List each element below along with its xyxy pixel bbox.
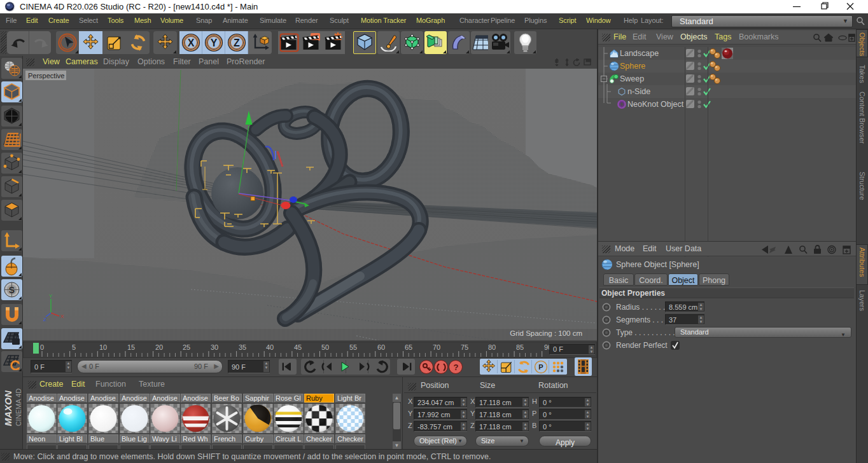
- svg-text:?: ?: [454, 363, 459, 372]
- svg-text:Grid Spacing : 100 cm: Grid Spacing : 100 cm: [510, 329, 582, 337]
- svg-text:70: 70: [433, 343, 440, 351]
- svg-text:Y: Y: [211, 38, 218, 48]
- svg-text:0: 0: [40, 343, 44, 351]
- svg-text:85: 85: [516, 343, 524, 351]
- svg-text:20: 20: [155, 343, 163, 351]
- svg-text:Z: Z: [43, 317, 46, 322]
- svg-text:30: 30: [211, 343, 218, 351]
- svg-text:Z: Z: [234, 38, 240, 48]
- svg-text:15: 15: [127, 343, 135, 351]
- svg-text:X: X: [60, 314, 64, 319]
- svg-text:50: 50: [321, 343, 329, 351]
- svg-text:P: P: [538, 363, 543, 371]
- svg-text:S: S: [9, 285, 15, 295]
- svg-text:80: 80: [488, 343, 496, 351]
- svg-text:60: 60: [377, 343, 385, 351]
- svg-text:40: 40: [266, 343, 274, 351]
- svg-text:Perspective: Perspective: [28, 72, 64, 79]
- svg-text:75: 75: [461, 343, 468, 351]
- svg-text:55: 55: [349, 343, 357, 351]
- svg-text:10: 10: [99, 343, 107, 351]
- svg-text:X: X: [188, 38, 195, 48]
- svg-text:25: 25: [183, 343, 190, 351]
- svg-text:Y: Y: [49, 293, 53, 299]
- svg-text:65: 65: [405, 343, 412, 351]
- svg-text:5: 5: [72, 343, 76, 351]
- svg-text:35: 35: [239, 343, 246, 351]
- svg-text:45: 45: [294, 343, 302, 351]
